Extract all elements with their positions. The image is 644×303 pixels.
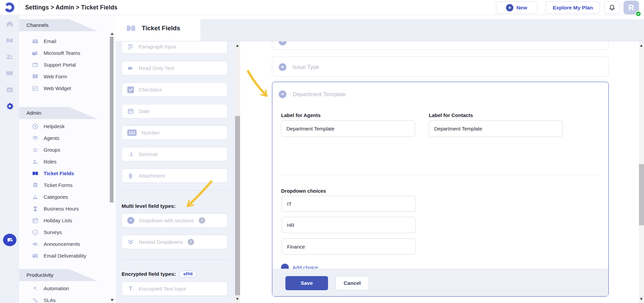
scroll-up-arrow[interactable] bbox=[640, 44, 643, 47]
avatar[interactable]: R bbox=[624, 1, 639, 14]
field-type-dropdown-with-sections[interactable]: Dropdown with sections i bbox=[122, 213, 228, 228]
scroll-down-arrow[interactable] bbox=[640, 298, 643, 300]
sidebar-item-helpdesk[interactable]: Helpdesk bbox=[19, 120, 116, 132]
multi-level-heading: Multi level field types: bbox=[122, 203, 229, 209]
avatar-initial: R bbox=[628, 3, 634, 12]
sidebar-item-label: Web Form bbox=[44, 74, 67, 79]
rail-knowledge-base-button[interactable] bbox=[0, 67, 19, 79]
sidebar-scroll-down-arrow[interactable] bbox=[110, 299, 114, 301]
sidebar-item-label: Roles bbox=[44, 159, 56, 164]
field-type-number[interactable]: 123 Number bbox=[122, 125, 228, 140]
field-type-label: Encrypted Text Input bbox=[139, 286, 186, 292]
scrollbar-thumb[interactable] bbox=[235, 116, 240, 295]
rail-reports-button[interactable] bbox=[0, 84, 19, 96]
top-bar: Settings > Admin > Ticket Fields + New E… bbox=[0, 0, 644, 15]
save-button[interactable]: Save bbox=[285, 276, 328, 290]
choice-input-1[interactable] bbox=[282, 196, 416, 212]
paperclip-icon bbox=[127, 173, 134, 179]
field-type-attachment[interactable]: Attachment bbox=[122, 168, 228, 183]
sidebar-item-support-portal[interactable]: Support Portal bbox=[19, 59, 116, 71]
rail-tickets-button[interactable] bbox=[0, 34, 19, 46]
plus-icon: + bbox=[506, 4, 513, 11]
palette-divider bbox=[122, 190, 229, 191]
rail-home-button[interactable] bbox=[0, 18, 19, 30]
ticket-field-card-department-template: Department Template Label for Agents Lab… bbox=[272, 82, 609, 297]
ticket-fields-title-icon bbox=[126, 23, 136, 33]
choice-input-2[interactable] bbox=[282, 217, 416, 233]
sidebar-item-business-hours[interactable]: Business Hours bbox=[19, 203, 116, 215]
sidebar-section-channels: Channels bbox=[19, 19, 106, 31]
sidebar-scrollbar-thumb[interactable] bbox=[110, 37, 113, 202]
scroll-down-arrow[interactable] bbox=[236, 298, 239, 300]
info-icon[interactable]: i bbox=[188, 239, 194, 245]
info-icon[interactable]: i bbox=[199, 217, 205, 224]
encrypted-heading: Encrypted field types: bbox=[122, 271, 176, 277]
sidebar-item-roles[interactable]: Roles bbox=[19, 156, 116, 167]
ticket-field-card-clipped[interactable] bbox=[272, 41, 609, 50]
cancel-button[interactable]: Cancel bbox=[335, 276, 369, 290]
palette-scrollbar[interactable] bbox=[235, 41, 240, 303]
bar-chart-icon bbox=[6, 86, 14, 94]
ephi-badge: ePHI bbox=[179, 271, 197, 277]
calendar-icon bbox=[32, 217, 39, 224]
editor-title: Department Template bbox=[293, 91, 346, 98]
page-scrollbar[interactable] bbox=[639, 41, 644, 303]
ticket-icon bbox=[5, 36, 14, 45]
sidebar-item-slas[interactable]: SLAs bbox=[19, 294, 116, 303]
person-gear-icon bbox=[32, 158, 39, 165]
decimal-icon: .1 bbox=[127, 151, 134, 157]
field-type-encrypted-text-input[interactable]: T Encrypted Text Input bbox=[122, 281, 228, 296]
agents-label-input[interactable] bbox=[281, 120, 415, 137]
field-type-read-only-text[interactable]: Read Only Text bbox=[122, 61, 228, 75]
sidebar-item-ticket-fields[interactable]: Ticket Fields bbox=[19, 167, 116, 179]
sparkles-icon bbox=[32, 285, 39, 292]
scroll-up-arrow[interactable] bbox=[236, 44, 239, 47]
sidebar-item-announcements[interactable]: Announcements bbox=[19, 238, 116, 250]
sidebar-item-web-widget[interactable]: Web Widget bbox=[19, 82, 116, 94]
editor-header[interactable]: Department Template bbox=[272, 82, 608, 106]
sidebar-item-label: Agents bbox=[44, 135, 59, 141]
checkbox-icon bbox=[127, 86, 134, 93]
sidebar-item-surveys[interactable]: Surveys bbox=[19, 226, 116, 238]
sla-layers-icon bbox=[32, 297, 39, 303]
text-T-icon: T bbox=[127, 286, 134, 292]
envelope-check-icon bbox=[32, 253, 39, 259]
content-header-band bbox=[200, 19, 644, 41]
field-type-paragraph-input[interactable]: Paragraph Input bbox=[122, 41, 228, 54]
notifications-button[interactable] bbox=[604, 1, 620, 14]
explore-my-plan-button[interactable]: Explore My Plan bbox=[546, 1, 600, 14]
sidebar-item-web-form[interactable]: Web Form bbox=[19, 71, 116, 82]
contacts-label-input[interactable] bbox=[429, 120, 563, 137]
sidebar-item-email-deliverability[interactable]: Email Deliverability bbox=[19, 250, 116, 262]
sidebar-item-agents[interactable]: Agents bbox=[19, 132, 116, 144]
teams-icon bbox=[32, 50, 39, 56]
sidebar-item-label: Categories bbox=[44, 194, 68, 200]
browser-window-icon bbox=[32, 62, 39, 68]
contacts-label: Label for Contacts bbox=[429, 112, 473, 118]
caret-circle-icon bbox=[278, 41, 287, 46]
sidebar-item-ticket-forms[interactable]: Ticket Forms bbox=[19, 179, 116, 191]
scrollbar-thumb[interactable] bbox=[639, 164, 644, 225]
rail-contacts-button[interactable] bbox=[0, 51, 19, 63]
sidebar-item-label: Announcements bbox=[44, 241, 80, 247]
ticket-field-card-issue-type[interactable]: Issue Type bbox=[272, 56, 609, 77]
dropdown-choices-label: Dropdown choices bbox=[281, 188, 326, 194]
smiley-icon bbox=[32, 229, 39, 236]
sidebar-item-categories[interactable]: Categories bbox=[19, 191, 116, 203]
sidebar-item-automation[interactable]: Automation bbox=[19, 282, 116, 294]
field-type-nested-dropdowns[interactable]: Nested Dropdowns i bbox=[122, 235, 228, 249]
sidebar-item-holiday-lists[interactable]: Holiday Lists bbox=[19, 215, 116, 226]
sidebar-item-groups[interactable]: Groups bbox=[19, 144, 116, 156]
sidebar-scroll-up-arrow[interactable] bbox=[110, 33, 114, 35]
field-type-date[interactable]: Date bbox=[122, 104, 228, 118]
sidebar-item-email[interactable]: Email bbox=[19, 35, 116, 47]
rail-settings-button[interactable] bbox=[0, 100, 19, 112]
sidebar-item-microsoft-teams[interactable]: Microsoft Teams bbox=[19, 47, 116, 59]
field-type-label: Date bbox=[139, 108, 150, 114]
brand-logo[interactable] bbox=[0, 0, 19, 15]
new-button[interactable]: + New bbox=[496, 1, 537, 14]
field-type-decimal[interactable]: .1 Decimal bbox=[122, 147, 228, 161]
field-type-checkbox[interactable]: Checkbox bbox=[122, 82, 228, 97]
choice-input-3[interactable] bbox=[282, 238, 416, 255]
chat-widget-button[interactable] bbox=[3, 234, 16, 246]
